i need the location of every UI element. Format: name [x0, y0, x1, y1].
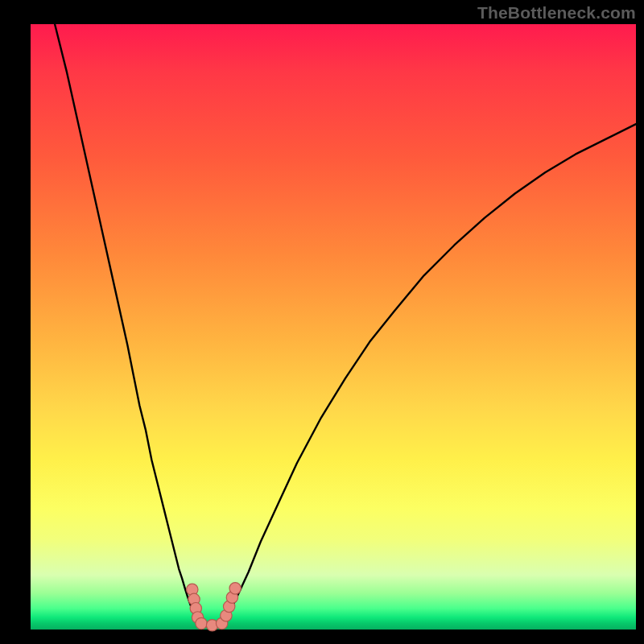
series-left-curve — [55, 24, 197, 622]
series-right-curve — [225, 124, 636, 621]
markers-group — [187, 583, 242, 631]
chart-frame: TheBottleneck.com — [0, 0, 644, 644]
curves-group — [55, 24, 636, 625]
marker-right-dot-upper — [229, 583, 241, 594]
chart-svg — [31, 24, 636, 630]
marker-floor-dot-1 — [196, 617, 207, 629]
watermark-text: TheBottleneck.com — [477, 3, 636, 23]
plot-area — [31, 24, 636, 630]
